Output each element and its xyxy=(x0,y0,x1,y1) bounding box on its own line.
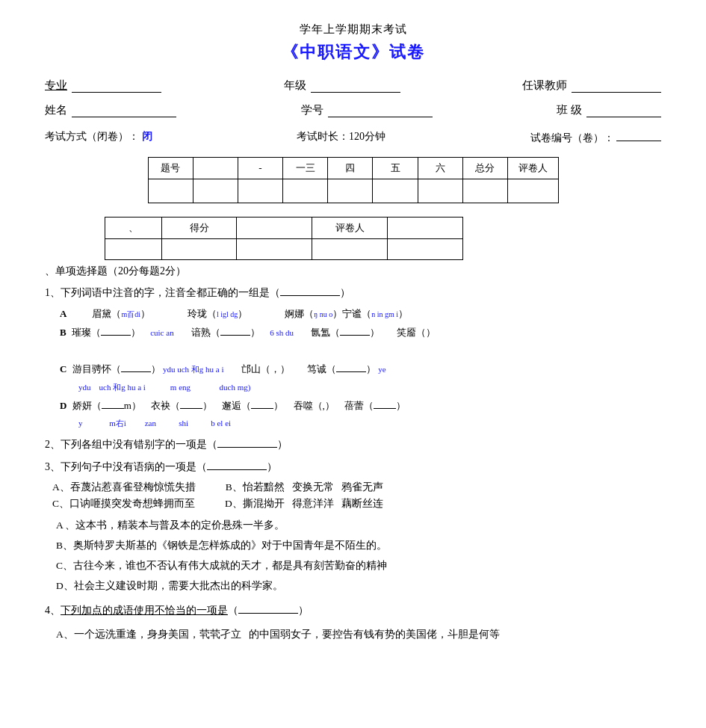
q3-sub-c: C、古往今来，谁也不否认有伟大成就的天才，都是具有刻苦勤奋的精神 xyxy=(56,555,661,576)
grade-label: 年级 xyxy=(284,78,306,93)
score-table: 题号 - 一三 四 五 六 总分 评卷人 xyxy=(148,157,559,203)
exam-mode-label: 考试方式（闭卷）： xyxy=(45,131,139,142)
option-a-label: A xyxy=(60,306,66,322)
q1-options: A 眉黛（m百di） 玲珑（l igl dg） 婀娜（ŋ nu o）宁谧（n i… xyxy=(45,306,661,432)
option-c-label: C xyxy=(60,363,66,374)
exam-title: 《中职语文》试卷 xyxy=(45,41,661,64)
class-label: 班 级 xyxy=(557,103,582,117)
question-4: 4、下列加点的成语使用不恰当的一项是（） xyxy=(45,602,661,620)
section-table: 、 得分 评卷人 xyxy=(105,217,463,260)
q3-sub-d: D、社会主义建设时期，需要大批杰出的科学家。 xyxy=(56,576,661,596)
question-3: 3、下列句子中没有语病的一项是（） xyxy=(45,458,661,476)
major-label: 专业 xyxy=(45,78,67,93)
question-2: 2、下列各组中没有错别字的一项是（） xyxy=(45,436,661,454)
info-row-2: 姓名 学号 班 级 xyxy=(45,103,661,117)
option-d-label: D xyxy=(60,400,66,411)
question-1: 1、下列词语中注音的字，注音全都正确的一组是（） xyxy=(45,284,661,302)
q3-sub-a: A 、这本书，精装本与普及本的定价悬殊一半多。 xyxy=(56,515,661,535)
exam-meta: 考试方式（闭卷）： 闭 考试时长：120分钟 试卷编号（卷）： xyxy=(45,128,661,145)
q4-text: 4、下列加点的成语使用不恰当的一项是（） xyxy=(45,605,309,616)
student-id-label: 学号 xyxy=(301,103,323,117)
q3-opts-row2: C、口讷咂摸突发奇想蜂拥而至 D、撕混拗开 得意洋洋 藕断丝连 xyxy=(45,497,661,510)
q4-sub-options: A、一个远洗重逢，身身美国，茕茕孑立 的中国弱女子，要控告有钱有势的美国佬，斗胆… xyxy=(45,624,661,644)
q1-text: 1、下列词语中注音的字，注音全都正确的一组是（） xyxy=(45,287,350,298)
teacher-label: 任课教师 xyxy=(522,78,567,93)
name-label: 姓名 xyxy=(45,103,67,117)
q3-text: 3、下列句子中没有语病的一项是（ xyxy=(45,461,207,472)
q3-opts-row1: A、吞蔑沾惹喜雀登梅惊慌失措 B、怡若黯然 变换无常 鸦雀无声 xyxy=(45,481,661,494)
q2-text: 2、下列各组中没有错别字的一项是（） xyxy=(45,439,288,450)
serial-label: 试卷编号（卷）： xyxy=(530,132,614,144)
q3-sub-options: A 、这本书，精装本与普及本的定价悬殊一半多。 B、奥斯特罗夫斯基的《钢铁是怎样… xyxy=(45,515,661,596)
page-title: 学年上学期期末考试 xyxy=(45,22,661,37)
q3-sub-b: B、奥斯特罗夫斯基的《钢铁是怎样炼成的》对于中国青年是不陌生的。 xyxy=(56,535,661,555)
section-label: 、单项选择题（20分每题2分） xyxy=(45,265,661,278)
option-b-label: B xyxy=(60,327,66,338)
q4-sub-a: A、一个远洗重逢，身身美国，茕茕孑立 的中国弱女子，要控告有钱有势的美国佬，斗胆… xyxy=(56,624,661,644)
exam-mode-value: 闭 xyxy=(142,131,152,142)
time-label: 考试时长：120分钟 xyxy=(297,131,385,142)
info-row-1: 专业 年级 任课教师 xyxy=(45,78,661,93)
